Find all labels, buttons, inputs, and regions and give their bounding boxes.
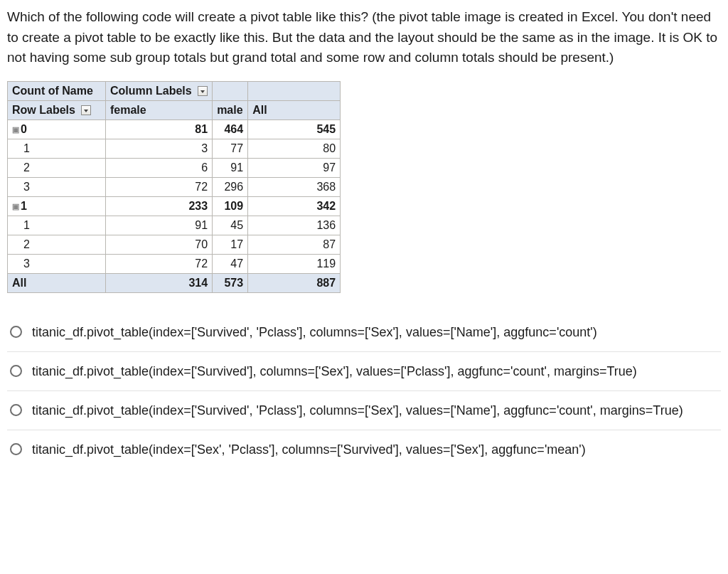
pivot-row-label: 1 (8, 139, 106, 158)
pivot-cell: 91 (213, 158, 248, 177)
pivot-table: Count of Name Column Labels Row Labels f… (7, 81, 341, 293)
pivot-group-1-label: 1 (21, 200, 27, 212)
pivot-cell: 45 (213, 216, 248, 235)
pivot-cell: 296 (213, 177, 248, 196)
pivot-cell: 136 (248, 216, 341, 235)
pivot-cell: 72 (106, 254, 213, 273)
radio-icon[interactable] (10, 365, 22, 377)
answer-option-text: titanic_df.pivot_table(index=['Survived'… (32, 401, 715, 420)
pivot-cell: 342 (248, 196, 341, 216)
dropdown-icon[interactable] (198, 86, 208, 96)
pivot-grand-label: All (8, 273, 106, 292)
pivot-cell: 573 (213, 273, 248, 292)
collapse-icon[interactable]: ▣ (12, 125, 19, 134)
pivot-group-0-label: 0 (21, 123, 27, 135)
pivot-column-labels-text: Column Labels (110, 85, 192, 97)
answer-option-text: titanic_df.pivot_table(index=['Sex', 'Pc… (32, 440, 715, 459)
pivot-cell: 72 (106, 177, 213, 196)
pivot-row-labels-text: Row Labels (12, 104, 75, 116)
pivot-col-all: All (248, 100, 341, 119)
pivot-cell: 70 (106, 235, 213, 254)
pivot-cell: 80 (248, 139, 341, 158)
pivot-header-blank-1 (213, 81, 248, 100)
question-text: Which of the following code will create … (7, 7, 721, 68)
radio-icon[interactable] (10, 404, 22, 416)
pivot-cell: 233 (106, 196, 213, 216)
pivot-count-of: Count of Name (8, 81, 106, 100)
radio-icon[interactable] (10, 443, 22, 455)
pivot-column-labels: Column Labels (106, 81, 213, 100)
pivot-cell: 77 (213, 139, 248, 158)
answer-option-4[interactable]: titanic_df.pivot_table(index=['Sex', 'Pc… (7, 430, 721, 469)
pivot-cell: 97 (248, 158, 341, 177)
answer-option-text: titanic_df.pivot_table(index=['Survived'… (32, 362, 715, 381)
pivot-row-label: 3 (8, 254, 106, 273)
pivot-row-label: 3 (8, 177, 106, 196)
pivot-cell: 464 (213, 119, 248, 139)
pivot-cell: 119 (248, 254, 341, 273)
pivot-group-label: ▣0 (8, 119, 106, 139)
answer-option-1[interactable]: titanic_df.pivot_table(index=['Survived'… (7, 313, 721, 352)
dropdown-icon[interactable] (81, 105, 91, 115)
pivot-col-female: female (106, 100, 213, 119)
pivot-cell: 87 (248, 235, 341, 254)
pivot-cell: 91 (106, 216, 213, 235)
pivot-cell: 109 (213, 196, 248, 216)
pivot-row-label: 1 (8, 216, 106, 235)
collapse-icon[interactable]: ▣ (12, 202, 19, 211)
pivot-cell: 6 (106, 158, 213, 177)
pivot-cell: 47 (213, 254, 248, 273)
answer-option-text: titanic_df.pivot_table(index=['Survived'… (32, 323, 715, 341)
answer-option-2[interactable]: titanic_df.pivot_table(index=['Survived'… (7, 352, 721, 391)
pivot-cell: 3 (106, 139, 213, 158)
pivot-row-label: 2 (8, 235, 106, 254)
radio-icon[interactable] (10, 326, 22, 338)
pivot-row-labels: Row Labels (8, 100, 106, 119)
pivot-cell: 17 (213, 235, 248, 254)
pivot-group-label: ▣1 (8, 196, 106, 216)
pivot-header-blank-2 (248, 81, 341, 100)
answer-option-3[interactable]: titanic_df.pivot_table(index=['Survived'… (7, 391, 721, 430)
pivot-cell: 368 (248, 177, 341, 196)
pivot-cell: 314 (106, 273, 213, 292)
pivot-cell: 545 (248, 119, 341, 139)
pivot-row-label: 2 (8, 158, 106, 177)
pivot-cell: 887 (248, 273, 341, 292)
answer-options: titanic_df.pivot_table(index=['Survived'… (7, 313, 721, 469)
pivot-cell: 81 (106, 119, 213, 139)
pivot-col-male: male (213, 100, 248, 119)
